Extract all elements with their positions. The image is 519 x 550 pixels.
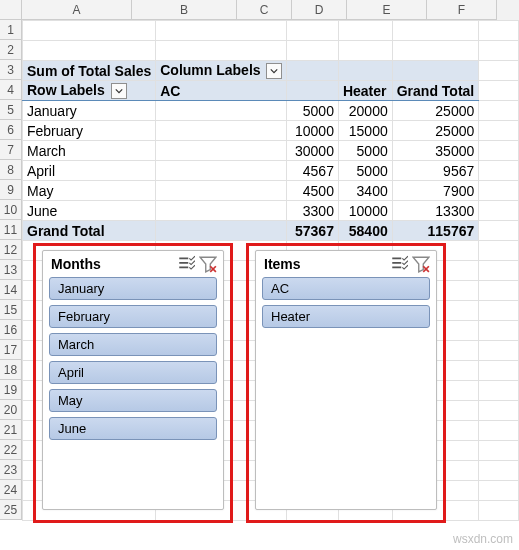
pivot-value[interactable]: 25000 xyxy=(392,121,479,141)
pivot-value[interactable]: 13300 xyxy=(392,201,479,221)
cell[interactable] xyxy=(479,281,519,301)
cell[interactable] xyxy=(479,361,519,381)
cell[interactable] xyxy=(479,201,519,221)
pivot-corner[interactable]: Sum of Total Sales xyxy=(23,61,156,81)
row-header[interactable]: 18 xyxy=(0,360,22,380)
cell[interactable] xyxy=(156,201,287,221)
pivot-value[interactable]: 5000 xyxy=(338,161,392,181)
column-header[interactable]: A xyxy=(22,0,132,20)
row-header[interactable]: 20 xyxy=(0,400,22,420)
row-header[interactable]: 7 xyxy=(0,140,22,160)
row-header[interactable]: 17 xyxy=(0,340,22,360)
pivot-col-header[interactable]: Heater xyxy=(338,81,392,101)
slicer-item[interactable]: AC xyxy=(262,277,430,300)
slicer-item[interactable]: Heater xyxy=(262,305,430,328)
pivot-value[interactable]: 20000 xyxy=(338,101,392,121)
cell[interactable] xyxy=(392,41,479,61)
cell[interactable] xyxy=(479,341,519,361)
cell[interactable] xyxy=(338,21,392,41)
pivot-value[interactable]: 3300 xyxy=(287,201,338,221)
cell[interactable] xyxy=(479,141,519,161)
slicer-months[interactable]: Months JanuaryFebruaryMarchAprilMayJune xyxy=(42,250,224,510)
pivot-grand-total-label[interactable]: Grand Total xyxy=(23,221,156,241)
row-header[interactable]: 6 xyxy=(0,120,22,140)
row-header[interactable]: 16 xyxy=(0,320,22,340)
pivot-value[interactable]: 10000 xyxy=(287,121,338,141)
pivot-col-header[interactable]: Grand Total xyxy=(392,81,479,101)
cell[interactable] xyxy=(287,21,338,41)
pivot-value[interactable]: 25000 xyxy=(392,101,479,121)
pivot-column-labels[interactable]: Column Labels xyxy=(156,61,287,81)
row-header[interactable]: 2 xyxy=(0,40,22,60)
cell[interactable] xyxy=(479,121,519,141)
cell[interactable] xyxy=(479,41,519,61)
pivot-row-label[interactable]: January xyxy=(23,101,156,121)
cell[interactable] xyxy=(156,161,287,181)
slicer-item[interactable]: March xyxy=(49,333,217,356)
row-header[interactable]: 5 xyxy=(0,100,22,120)
cell[interactable] xyxy=(479,261,519,281)
pivot-value[interactable]: 35000 xyxy=(392,141,479,161)
pivot-value[interactable]: 15000 xyxy=(338,121,392,141)
pivot-row-label[interactable]: March xyxy=(23,141,156,161)
column-header[interactable]: F xyxy=(427,0,497,20)
cell[interactable] xyxy=(479,21,519,41)
clear-filter-icon[interactable] xyxy=(412,255,430,273)
cell[interactable] xyxy=(479,321,519,341)
pivot-row-label[interactable]: February xyxy=(23,121,156,141)
cell[interactable] xyxy=(23,41,156,61)
cell[interactable] xyxy=(287,41,338,61)
pivot-grand-total[interactable]: 115767 xyxy=(392,221,479,241)
pivot-value[interactable]: 5000 xyxy=(287,101,338,121)
cell[interactable] xyxy=(479,221,519,241)
cell[interactable] xyxy=(156,121,287,141)
cell[interactable] xyxy=(479,61,519,81)
row-header[interactable]: 23 xyxy=(0,460,22,480)
cell[interactable] xyxy=(479,301,519,321)
row-header[interactable]: 13 xyxy=(0,260,22,280)
slicer-item[interactable]: May xyxy=(49,389,217,412)
slicer-items[interactable]: Items ACHeater xyxy=(255,250,437,510)
column-header[interactable]: D xyxy=(292,0,347,20)
pivot-value[interactable]: 4567 xyxy=(287,161,338,181)
clear-filter-icon[interactable] xyxy=(199,255,217,273)
pivot-row-labels[interactable]: Row Labels xyxy=(23,81,156,101)
slicer-item[interactable]: April xyxy=(49,361,217,384)
multi-select-icon[interactable] xyxy=(390,255,408,273)
pivot-value[interactable]: 5000 xyxy=(338,141,392,161)
select-all-corner[interactable] xyxy=(0,0,22,20)
row-header[interactable]: 10 xyxy=(0,200,22,220)
row-header[interactable]: 22 xyxy=(0,440,22,460)
pivot-value[interactable]: 3400 xyxy=(338,181,392,201)
cell[interactable] xyxy=(479,481,519,501)
cell[interactable] xyxy=(156,21,287,41)
cell[interactable] xyxy=(156,101,287,121)
cell[interactable] xyxy=(392,61,479,81)
slicer-item[interactable]: January xyxy=(49,277,217,300)
cell[interactable] xyxy=(479,101,519,121)
cell[interactable] xyxy=(479,501,519,521)
column-header[interactable]: E xyxy=(347,0,427,20)
cell[interactable] xyxy=(338,61,392,81)
dropdown-icon[interactable] xyxy=(266,63,282,79)
row-header[interactable]: 1 xyxy=(0,20,22,40)
cell[interactable] xyxy=(392,21,479,41)
pivot-col-header[interactable]: AC xyxy=(156,81,287,101)
cell[interactable] xyxy=(479,161,519,181)
row-header[interactable]: 3 xyxy=(0,60,22,80)
column-header[interactable]: B xyxy=(132,0,237,20)
row-header[interactable]: 11 xyxy=(0,220,22,240)
row-header[interactable]: 19 xyxy=(0,380,22,400)
cell[interactable] xyxy=(156,141,287,161)
cell[interactable] xyxy=(479,421,519,441)
cell[interactable] xyxy=(156,41,287,61)
slicer-item[interactable]: June xyxy=(49,417,217,440)
row-header[interactable]: 21 xyxy=(0,420,22,440)
pivot-row-label[interactable]: May xyxy=(23,181,156,201)
row-header[interactable]: 8 xyxy=(0,160,22,180)
cell[interactable] xyxy=(156,221,287,241)
cell[interactable] xyxy=(479,461,519,481)
row-header[interactable]: 14 xyxy=(0,280,22,300)
pivot-value[interactable]: 7900 xyxy=(392,181,479,201)
multi-select-icon[interactable] xyxy=(177,255,195,273)
